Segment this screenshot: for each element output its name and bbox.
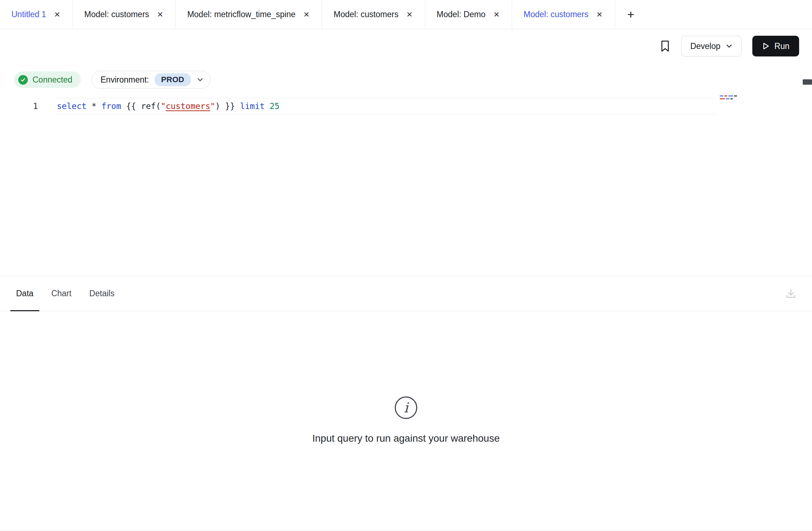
run-label: Run: [774, 41, 789, 51]
tab-label: Model: customers: [84, 10, 149, 19]
tab-model-customers-2[interactable]: Model: customers ✕: [322, 0, 425, 29]
svg-text:i: i: [404, 400, 409, 416]
results-panel: Data Chart Details i Input query to: [0, 276, 812, 531]
scrollbar-thumb[interactable]: [803, 79, 812, 85]
check-icon: [18, 75, 28, 85]
environment-selector[interactable]: Environment: PROD: [91, 71, 210, 89]
bookmark-icon: [660, 40, 670, 53]
editor-tab-bar: Untitled 1 ✕ Model: customers ✕ Model: m…: [0, 0, 812, 29]
close-icon[interactable]: ✕: [303, 10, 311, 19]
tab-data[interactable]: Data: [16, 276, 34, 311]
tab-label: Model: customers: [524, 10, 589, 19]
play-icon: [762, 42, 770, 50]
tab-label: Model: Demo: [437, 10, 486, 19]
tab-model-customers-1[interactable]: Model: customers ✕: [73, 0, 176, 29]
bottom-divider: [0, 530, 812, 530]
close-icon[interactable]: ✕: [492, 10, 500, 19]
tab-label: Model: metricflow_time_spine: [187, 10, 296, 19]
chevron-down-icon: [726, 43, 733, 50]
tab-details[interactable]: Details: [89, 276, 114, 311]
toolbar: Develop Run: [0, 29, 812, 63]
code-token: *: [86, 101, 102, 111]
editor-minimap[interactable]: [720, 95, 751, 103]
close-icon[interactable]: ✕: [406, 10, 414, 19]
new-tab-button[interactable]: +: [615, 0, 647, 29]
status-row: Connected Environment: PROD: [14, 71, 211, 89]
close-icon[interactable]: ✕: [53, 10, 61, 19]
results-tab-bar: Data Chart Details: [0, 276, 812, 311]
tab-model-customers-3[interactable]: Model: customers ✕: [512, 0, 615, 29]
tab-details-label: Details: [89, 289, 114, 298]
code-token-ref-link[interactable]: customers: [166, 101, 211, 111]
code-token: [265, 101, 270, 111]
tab-data-label: Data: [16, 289, 34, 298]
code-token-keyword: limit: [240, 101, 264, 111]
sql-editor[interactable]: 1 select * from {{ ref("customers") }} l…: [0, 92, 812, 276]
app-window: Untitled 1 ✕ Model: customers ✕ Model: m…: [0, 0, 812, 531]
code-token-keyword: from: [102, 101, 121, 111]
tab-chart-label: Chart: [51, 289, 71, 298]
develop-label: Develop: [690, 41, 720, 51]
info-icon: i: [394, 396, 418, 420]
code-token: ) }}: [215, 101, 240, 111]
code-token-number: 25: [270, 101, 280, 111]
download-button[interactable]: [785, 288, 797, 300]
tab-label: Untitled 1: [11, 10, 46, 19]
tab-model-metricflow-time-spine[interactable]: Model: metricflow_time_spine ✕: [176, 0, 322, 29]
line-number: 1: [0, 98, 38, 114]
environment-value-badge: PROD: [155, 73, 191, 86]
chevron-down-icon: [197, 76, 204, 83]
code-line[interactable]: select * from {{ ref("customers") }} lim…: [57, 98, 279, 114]
tab-chart[interactable]: Chart: [51, 276, 71, 311]
close-icon[interactable]: ✕: [596, 10, 604, 19]
run-button[interactable]: Run: [752, 36, 799, 56]
tab-label: Model: customers: [333, 10, 398, 19]
connected-label: Connected: [33, 75, 72, 85]
empty-state-message: Input query to run against your warehous…: [312, 433, 500, 444]
empty-state: i Input query to run against your wareho…: [0, 312, 812, 444]
bookmark-button[interactable]: [660, 40, 670, 53]
environment-label: Environment:: [100, 75, 149, 85]
code-token-string: ": [210, 101, 215, 111]
tab-model-demo[interactable]: Model: Demo ✕: [425, 0, 512, 29]
download-icon: [785, 288, 797, 300]
tab-untitled-1[interactable]: Untitled 1 ✕: [0, 0, 73, 29]
develop-dropdown-button[interactable]: Develop: [681, 36, 741, 56]
plus-icon: +: [627, 8, 634, 21]
code-token: {{ ref(: [121, 101, 161, 111]
code-token-string: ": [161, 101, 166, 111]
connection-status-badge: Connected: [14, 71, 81, 88]
code-token-keyword: select: [57, 101, 86, 111]
close-icon[interactable]: ✕: [156, 10, 164, 19]
